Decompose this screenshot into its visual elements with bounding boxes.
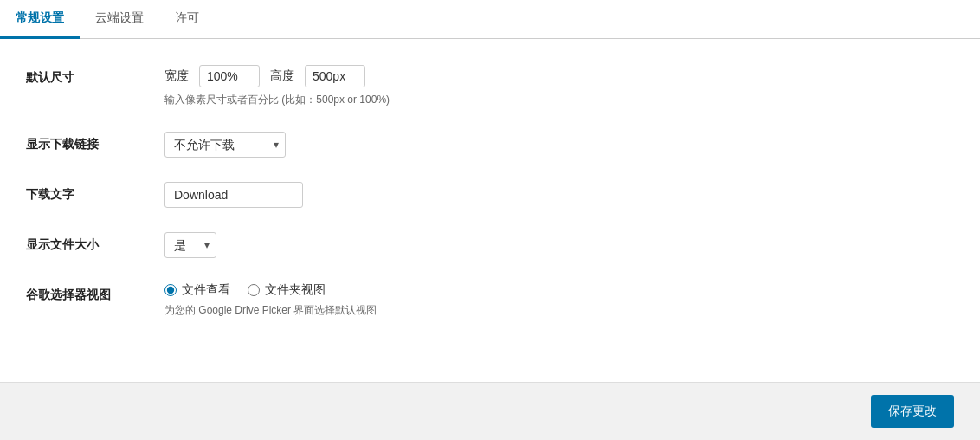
download-text-input[interactable]: [164, 182, 303, 208]
default-size-label: 默认尺寸: [26, 65, 164, 86]
file-view-radio[interactable]: [164, 284, 177, 296]
show-download-link-label: 显示下载链接: [26, 132, 164, 152]
picker-radio-group: 文件查看 文件夹视图: [164, 282, 719, 298]
tab-license[interactable]: 许可: [159, 0, 215, 39]
default-size-field: 宽度 高度 输入像素尺寸或者百分比 (比如：500px or 100%): [164, 65, 719, 107]
save-button[interactable]: 保存更改: [871, 395, 954, 428]
tab-bar: 常规设置 云端设置 许可: [0, 0, 980, 39]
show-download-link-row: 显示下载链接 不允许下载 允许下载 ▾: [26, 126, 719, 158]
download-text-row: 下载文字: [26, 177, 719, 208]
google-picker-view-field: 文件查看 文件夹视图 为您的 Google Drive Picker 界面选择默…: [164, 282, 719, 318]
download-link-select-wrapper: 不允许下载 允许下载 ▾: [164, 132, 286, 158]
width-label: 宽度: [164, 68, 189, 84]
download-text-field: [164, 182, 719, 208]
folder-view-radio[interactable]: [248, 284, 260, 296]
show-file-size-field: 是 否 ▾: [164, 232, 719, 258]
width-input[interactable]: [199, 65, 260, 87]
download-text-label: 下载文字: [26, 182, 164, 203]
dimension-row: 宽度 高度: [164, 65, 719, 87]
height-input[interactable]: [305, 65, 365, 87]
google-picker-view-label: 谷歌选择器视图: [26, 282, 164, 303]
show-file-size-row: 显示文件大小 是 否 ▾: [26, 227, 719, 258]
show-download-link-field: 不允许下载 允许下载 ▾: [164, 132, 719, 158]
picker-hint: 为您的 Google Drive Picker 界面选择默认视图: [164, 303, 719, 318]
file-view-option[interactable]: 文件查看: [164, 282, 230, 298]
default-size-row: 默认尺寸 宽度 高度 输入像素尺寸或者百分比 (比如：500px or 100%…: [26, 60, 719, 107]
google-picker-view-row: 谷歌选择器视图 文件查看 文件夹视图 为您的 Google Drive Pick…: [26, 277, 719, 318]
folder-view-option-label: 文件夹视图: [265, 282, 326, 298]
page-wrapper: 常规设置 云端设置 许可 默认尺寸 宽度 高度 输入像素尺寸或者百分比 (比如：…: [0, 0, 980, 440]
file-size-select[interactable]: 是 否: [164, 232, 216, 258]
size-hint: 输入像素尺寸或者百分比 (比如：500px or 100%): [164, 93, 719, 107]
footer-bar: 保存更改: [0, 382, 980, 440]
file-view-option-label: 文件查看: [182, 282, 230, 298]
content-area: 默认尺寸 宽度 高度 输入像素尺寸或者百分比 (比如：500px or 100%…: [0, 39, 980, 382]
height-label: 高度: [270, 68, 294, 84]
folder-view-option[interactable]: 文件夹视图: [248, 282, 326, 298]
download-link-select[interactable]: 不允许下载 允许下载: [164, 132, 286, 158]
tab-cloud[interactable]: 云端设置: [80, 0, 159, 39]
tab-general[interactable]: 常规设置: [0, 0, 80, 39]
file-size-select-wrapper: 是 否 ▾: [164, 232, 216, 258]
show-file-size-label: 显示文件大小: [26, 232, 164, 253]
settings-form: 默认尺寸 宽度 高度 输入像素尺寸或者百分比 (比如：500px or 100%…: [26, 60, 719, 318]
